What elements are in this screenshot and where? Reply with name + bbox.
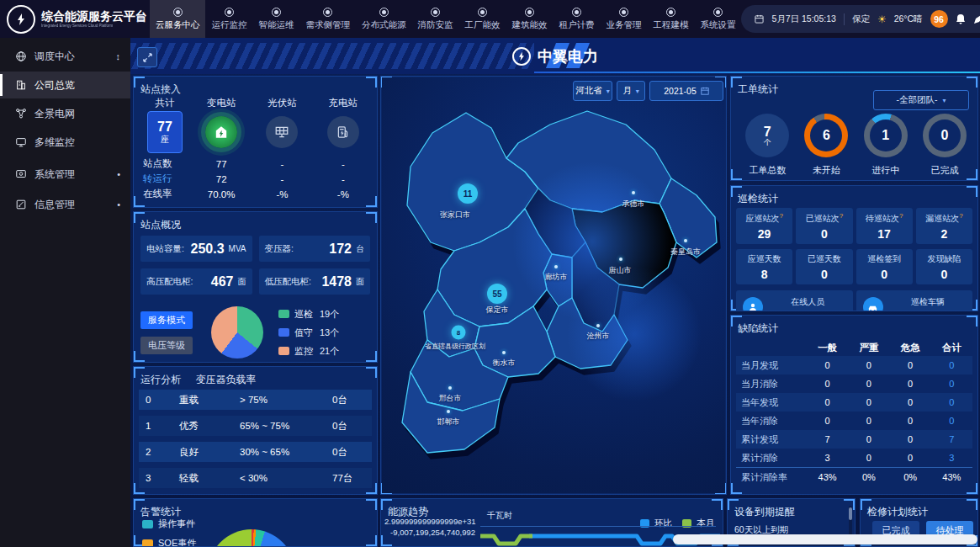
submenu-dot-icon: • bbox=[117, 169, 120, 179]
pencil-icon[interactable] bbox=[973, 14, 980, 24]
voltage-level-button[interactable]: 电压等级 bbox=[140, 337, 193, 354]
city-label: 张家口市 bbox=[440, 210, 470, 220]
map-panel: 河北省▾ 月▾ 2021-05 11 张家口市 承德市 秦皇岛市 唐山市 廊坊市… bbox=[380, 76, 727, 495]
marker-baoding[interactable]: 55 bbox=[487, 284, 507, 304]
stat-card: 发现缺陷0 bbox=[916, 249, 972, 284]
city-text: 保定 bbox=[852, 13, 870, 25]
bell-icon[interactable] bbox=[956, 13, 966, 24]
maintenance-plan-title: 检修计划统计 bbox=[867, 505, 928, 519]
monitoring-icon bbox=[225, 8, 234, 17]
ring-labels: 工单总数 未开始 进行中 已完成 bbox=[738, 164, 974, 177]
app-subtitle: Integrated Energy Services Cloud Platfor… bbox=[41, 23, 136, 27]
hint-icon[interactable]: ? bbox=[899, 212, 903, 220]
nav-demand-side[interactable]: 需求侧管理 bbox=[299, 0, 356, 38]
marker-shengzhixia[interactable]: 8 bbox=[452, 326, 466, 340]
grid-network-icon bbox=[15, 108, 27, 119]
notification-badge[interactable]: 96 bbox=[930, 10, 948, 28]
hint-icon[interactable]: ? bbox=[779, 212, 782, 220]
nav-factory-efficiency[interactable]: 工厂能效 bbox=[458, 0, 506, 38]
nav-system-settings[interactable]: 系统设置 bbox=[694, 0, 741, 38]
person-icon bbox=[743, 297, 763, 311]
online-personnel-card: 在线人员21 bbox=[736, 290, 853, 311]
city-dot bbox=[447, 410, 450, 413]
city-label: 衡水市 bbox=[493, 358, 516, 369]
online-rate-row: 在线率 70.0% -% -% bbox=[139, 188, 373, 200]
globe-icon bbox=[15, 50, 27, 62]
calendar-icon bbox=[755, 14, 764, 24]
transformer-load-rate-title: 变压器负载率 bbox=[134, 373, 318, 387]
salmon-swatch bbox=[278, 347, 289, 355]
city-label: 唐山市 bbox=[609, 265, 632, 276]
table-row: 1优秀65% ~ 75%0台 bbox=[139, 416, 372, 436]
left-sidebar: 调度中心 ↕ 公司总览 全景电网 多维监控 系统管理 • 信息管理 • bbox=[0, 38, 130, 547]
legend-operation-events: 操作事件 bbox=[142, 518, 196, 530]
nav-project-modeling[interactable]: 工程建模 bbox=[647, 0, 694, 38]
city-label: 省直辖县级行政区划 bbox=[425, 342, 485, 351]
nav-tenant-billing[interactable]: 租户计费 bbox=[553, 0, 600, 38]
sidebar-item-panorama-grid[interactable]: 全景电网 bbox=[0, 100, 130, 127]
nav-smart-ops[interactable]: 智能运维 bbox=[252, 0, 299, 38]
app-logo-icon bbox=[7, 5, 35, 34]
sidebar-item-system-mgmt[interactable]: 系统管理 • bbox=[0, 161, 130, 188]
factory-icon bbox=[478, 8, 487, 17]
site-access-columns: 共计 变电站 光伏站 充电站 bbox=[139, 97, 373, 109]
nav-operation-monitoring[interactable]: 运行监控 bbox=[205, 0, 252, 38]
alarm-stats-panel: 告警统计 操作事件 SOE事件 bbox=[133, 498, 378, 547]
not-started-ring: 6 bbox=[804, 114, 848, 157]
city-label: 邯郸市 bbox=[437, 417, 460, 428]
city-dot bbox=[632, 191, 635, 194]
device-expiry-title: 设备到期提醒 bbox=[734, 505, 795, 519]
legend-duty: 值守13个 bbox=[278, 327, 339, 339]
stat-card: 已巡天数0 bbox=[796, 249, 852, 284]
car-icon bbox=[863, 297, 883, 311]
scrollbar-thumb[interactable] bbox=[849, 507, 852, 520]
caret-down-icon: ▾ bbox=[636, 88, 639, 95]
divider bbox=[844, 13, 845, 25]
city-label: 秦皇岛市 bbox=[670, 247, 701, 258]
expand-vertical-icon[interactable]: ↕ bbox=[116, 51, 121, 61]
defect-stats-title: 缺陷统计 bbox=[738, 321, 778, 336]
service-mode-button[interactable]: 服务模式 bbox=[140, 311, 193, 329]
table-row: 累计消除3003 bbox=[736, 449, 972, 467]
company-title: 中翼电力 bbox=[538, 46, 598, 66]
top-navbar: 综合能源服务云平台 Integrated Energy Services Clo… bbox=[0, 0, 980, 38]
table-row: 当月发现0000 bbox=[736, 356, 972, 374]
billing-icon bbox=[572, 8, 581, 17]
settings-icon bbox=[713, 8, 723, 17]
fullscreen-toggle-button[interactable] bbox=[137, 47, 157, 67]
stat-station-capacity: 电站容量:250.3MVA bbox=[140, 236, 252, 262]
substation-icon bbox=[205, 116, 237, 148]
pie-legend: 巡检19个 值守13个 监控21个 bbox=[278, 308, 339, 358]
inspection-row3: 在线人员21 巡检车辆1 bbox=[736, 290, 972, 311]
stat-card: 应巡站次?29 bbox=[736, 208, 792, 244]
hint-icon[interactable]: ? bbox=[959, 212, 962, 220]
nav-cloud-service-center[interactable]: 云服务中心 bbox=[150, 0, 206, 38]
province-select[interactable]: 河北省▾ bbox=[573, 81, 612, 101]
inspection-row2: 应巡天数8 已巡天数0 巡检签到0 发现缺陷0 bbox=[736, 249, 972, 284]
company-logo-icon bbox=[512, 47, 531, 66]
charging-station-icon bbox=[327, 116, 359, 148]
period-select[interactable]: 月▾ bbox=[617, 81, 645, 101]
hint-icon[interactable]: ? bbox=[840, 212, 843, 220]
stat-card: 应巡天数8 bbox=[736, 249, 792, 284]
team-select[interactable]: -全部团队-▾ bbox=[873, 90, 969, 110]
sidebar-item-company-overview[interactable]: 公司总览 bbox=[0, 72, 130, 98]
caret-down-icon: ▾ bbox=[942, 97, 946, 104]
nav-building-efficiency[interactable]: 建筑能效 bbox=[506, 0, 553, 38]
sidebar-item-info-mgmt[interactable]: 信息管理 • bbox=[0, 191, 130, 218]
nav-distributed-energy[interactable]: 分布式能源 bbox=[356, 0, 412, 38]
horizontal-scrollbar-thumb[interactable] bbox=[673, 534, 977, 544]
table-row: 当月消除0000 bbox=[736, 374, 972, 393]
marker-zhangjiakou[interactable]: 11 bbox=[458, 183, 478, 204]
legend-monitoring: 监控21个 bbox=[278, 345, 339, 358]
nav-business-mgmt[interactable]: 业务管理 bbox=[600, 0, 647, 38]
modeling-icon bbox=[666, 8, 675, 17]
weather-sun-icon: ☀ bbox=[877, 13, 887, 25]
city-label: 承德市 bbox=[622, 199, 645, 210]
nav-fire-safety[interactable]: 消防安监 bbox=[411, 0, 458, 38]
sidebar-item-multidim-monitoring[interactable]: 多维监控 bbox=[0, 129, 130, 156]
alarm-donut-chart bbox=[208, 529, 295, 547]
stat-card: 待巡站次?17 bbox=[856, 208, 913, 244]
month-picker[interactable]: 2021-05 bbox=[649, 81, 723, 101]
sidebar-item-dispatch-center[interactable]: 调度中心 ↕ bbox=[0, 43, 130, 70]
